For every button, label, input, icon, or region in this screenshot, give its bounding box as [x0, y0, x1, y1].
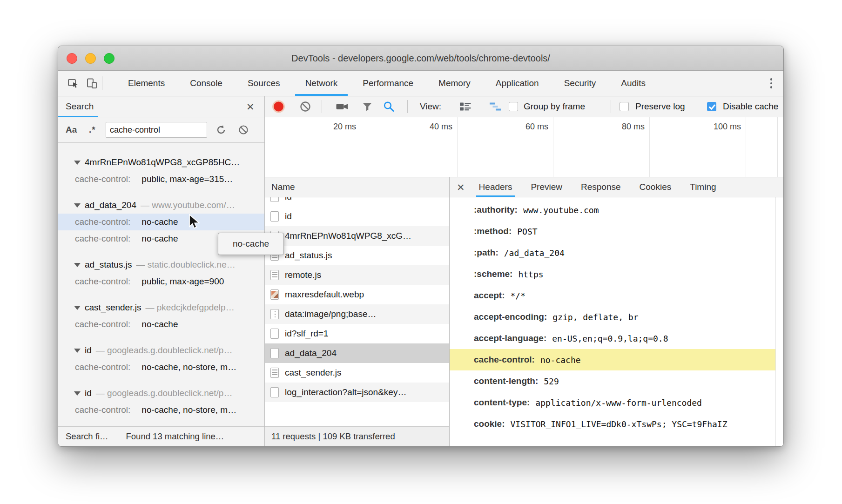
regex-button[interactable]: .*	[89, 125, 96, 135]
header-line[interactable]: content-length:529	[450, 370, 783, 392]
device-toolbar-icon[interactable]	[86, 78, 97, 89]
record-icon[interactable]	[274, 102, 283, 112]
script-file-icon	[270, 368, 279, 378]
search-group-header[interactable]: ad_status.js — static.doubleclick.ne…	[58, 256, 264, 273]
tab-elements[interactable]: Elements	[115, 71, 177, 96]
waterfall-overview-icon[interactable]	[489, 101, 501, 112]
search-group-header[interactable]: 4mrRnEPnWo81qWPG8_xcGP85HC…	[58, 154, 264, 171]
request-row-partial[interactable]: id	[265, 197, 449, 207]
request-row[interactable]: ad_status.js	[265, 246, 449, 265]
search-result-group: 4mrRnEPnWo81qWPG8_xcGP85HC… cache-contro…	[58, 154, 264, 188]
panel-tabs: Elements Console Sources Network Perform…	[115, 71, 658, 96]
request-row[interactable]: data:image/png;base…	[265, 304, 449, 324]
tab-timing[interactable]: Timing	[680, 177, 725, 197]
search-result-group: id — googleads.g.doubleclick.net/p… cach…	[58, 385, 264, 418]
tab-headers[interactable]: Headers	[470, 177, 522, 197]
match-case-button[interactable]: Aa	[66, 125, 77, 135]
request-row[interactable]: 4mrRnEPnWo81qWPG8_xcG…	[265, 226, 449, 246]
preserve-log-checkbox[interactable]	[620, 102, 629, 111]
preserve-log-label[interactable]: Preserve log	[635, 101, 685, 112]
zoom-window-button[interactable]	[104, 53, 115, 64]
timeline-gridline	[649, 117, 650, 177]
search-match-line[interactable]: cache-control: public, max-age=315…	[58, 171, 264, 188]
collapse-triangle-icon	[74, 306, 81, 310]
search-status-label: Search fi…	[66, 431, 108, 442]
search-icon[interactable]	[383, 101, 395, 113]
tab-response[interactable]: Response	[572, 177, 630, 197]
titlebar: DevTools - developers.google.com/web/too…	[58, 46, 783, 71]
funnel-icon[interactable]	[362, 101, 373, 112]
close-icon[interactable]: ✕	[246, 102, 255, 112]
header-line[interactable]: :authority:www.youtube.com	[450, 199, 783, 221]
network-main: Name id id 4mrRnEPnWo81qWPG8_xcG… ad_sta…	[265, 177, 783, 446]
tab-preview[interactable]: Preview	[521, 177, 572, 197]
group-by-frame-label[interactable]: Group by frame	[524, 101, 585, 112]
timeline-tick: 80 ms	[579, 122, 645, 132]
search-input[interactable]	[106, 122, 207, 138]
scrollbar-gutter-line	[775, 197, 776, 446]
header-line-highlighted[interactable]: cache-control:no-cache	[450, 349, 775, 370]
kebab-menu-icon	[770, 78, 773, 88]
request-row[interactable]: remote.js	[265, 265, 449, 285]
header-line[interactable]: accept-encoding:gzip, deflate, br	[450, 306, 783, 328]
tab-sources[interactable]: Sources	[235, 71, 293, 96]
request-row[interactable]: cast_sender.js	[265, 363, 449, 383]
minimize-window-button[interactable]	[85, 53, 96, 64]
search-drawer: Search ✕ Aa .*	[58, 96, 265, 446]
search-match-line[interactable]: cache-control: no-cache	[58, 316, 264, 333]
group-by-frame-checkbox[interactable]	[509, 102, 518, 111]
clear-search-icon[interactable]	[238, 124, 249, 135]
search-group-header[interactable]: ad_data_204 — www.youtube.com/…	[58, 197, 264, 214]
toolbar-separator	[102, 76, 102, 90]
search-group-header[interactable]: id — googleads.g.doubleclick.net/p…	[58, 342, 264, 359]
camera-icon[interactable]	[336, 101, 349, 112]
search-group-header[interactable]: cast_sender.js — pkedcjkdefgpdelp…	[58, 299, 264, 316]
devtools-menu-button[interactable]	[759, 71, 784, 96]
search-match-line[interactable]: cache-control: no-cache, no-store, m…	[58, 402, 264, 418]
close-icon: ✕	[457, 182, 465, 192]
close-details-button[interactable]: ✕	[450, 177, 470, 197]
request-row-selected[interactable]: ad_data_204	[265, 343, 449, 363]
toolbar-separator	[611, 100, 611, 113]
refresh-icon[interactable]	[216, 124, 227, 135]
disable-cache-label[interactable]: Disable cache	[723, 101, 778, 112]
request-rows-view-icon[interactable]	[459, 101, 472, 112]
clear-requests-icon[interactable]	[299, 101, 311, 113]
header-line[interactable]: :scheme:https	[450, 263, 783, 285]
inspect-element-icon[interactable]	[67, 78, 79, 89]
network-overview-timeline[interactable]: 20 ms 40 ms 60 ms 80 ms 100 ms	[265, 117, 783, 177]
header-line[interactable]: accept:*/*	[450, 285, 783, 306]
search-match-line[interactable]: cache-control: no-cache, no-store, m…	[58, 359, 264, 376]
header-line[interactable]: accept-language:en-US,en;q=0.9,la;q=0.8	[450, 328, 783, 349]
name-column-header[interactable]: Name	[265, 177, 449, 197]
disable-cache-checkbox[interactable]	[707, 102, 716, 111]
header-line[interactable]: :path:/ad_data_204	[450, 242, 783, 263]
header-line[interactable]: :method:POST	[450, 221, 783, 242]
tab-performance[interactable]: Performance	[350, 71, 426, 96]
search-controls: Aa .*	[58, 117, 264, 143]
tab-security[interactable]: Security	[552, 71, 609, 96]
tab-network[interactable]: Network	[293, 71, 350, 96]
request-row[interactable]: log_interaction?alt=json&key…	[265, 383, 449, 402]
search-group-header[interactable]: id — googleads.g.doubleclick.net/p…	[58, 385, 264, 402]
document-file-icon	[270, 329, 279, 339]
request-row[interactable]: id?slf_rd=1	[265, 324, 449, 343]
timeline-tick: 40 ms	[387, 122, 452, 132]
search-match-line-selected[interactable]: cache-control: no-cache	[58, 214, 264, 230]
header-line[interactable]: cookie:VISITOR_INFO1_LIVE=dDk0-xTswPs; Y…	[450, 413, 783, 435]
search-drawer-tab[interactable]: Search	[58, 96, 101, 117]
document-file-icon	[270, 387, 279, 397]
request-rows: id id 4mrRnEPnWo81qWPG8_xcG… ad_status.j…	[265, 197, 449, 426]
request-row[interactable]: id	[265, 207, 449, 226]
close-window-button[interactable]	[67, 53, 77, 64]
request-row[interactable]: maxresdefault.webp	[265, 285, 449, 304]
tab-audits[interactable]: Audits	[608, 71, 658, 96]
tab-console[interactable]: Console	[177, 71, 235, 96]
search-match-line[interactable]: cache-control: public, max-age=900	[58, 273, 264, 290]
tab-memory[interactable]: Memory	[426, 71, 483, 96]
data-uri-icon	[270, 309, 279, 319]
header-line[interactable]: content-type:application/x-www-form-urle…	[450, 392, 783, 413]
search-status-count: Found 13 matching line…	[126, 431, 224, 442]
tab-cookies[interactable]: Cookies	[630, 177, 681, 197]
tab-application[interactable]: Application	[483, 71, 552, 96]
